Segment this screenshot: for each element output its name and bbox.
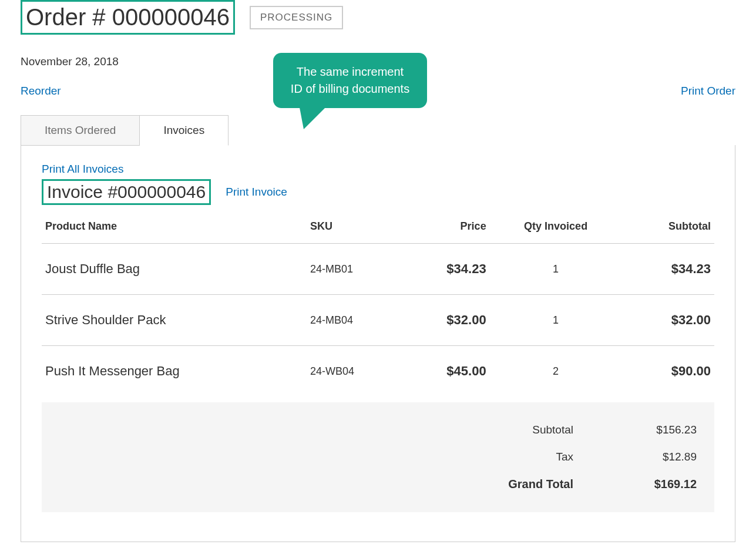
print-invoice-link[interactable]: Print Invoice: [226, 186, 287, 199]
table-row: Strive Shoulder Pack 24-MB04 $32.00 1 $3…: [42, 295, 714, 346]
invoice-items-table: Product Name SKU Price Qty Invoiced Subt…: [42, 210, 714, 396]
cell-sku: 24-MB04: [307, 295, 402, 346]
tax-value: $12.89: [632, 450, 697, 463]
cell-qty: 1: [490, 244, 622, 295]
subtotal-value: $156.23: [632, 423, 697, 436]
cell-name: Strive Shoulder Pack: [42, 295, 307, 346]
grand-total-label: Grand Total: [485, 478, 573, 491]
totals-block: Subtotal $156.23 Tax $12.89 Grand Total …: [42, 402, 714, 512]
grand-total-value: $169.12: [632, 478, 697, 491]
col-product-name: Product Name: [42, 210, 307, 244]
cell-sku: 24-WB04: [307, 346, 402, 397]
cell-price: $45.00: [402, 346, 490, 397]
reorder-link[interactable]: Reorder: [21, 85, 61, 98]
table-row: Joust Duffle Bag 24-MB01 $34.23 1 $34.23: [42, 244, 714, 295]
print-order-link[interactable]: Print Order: [681, 85, 735, 98]
cell-qty: 1: [490, 295, 622, 346]
subtotal-label: Subtotal: [485, 423, 573, 436]
callout-tooltip: The same increment ID of billing documen…: [273, 53, 427, 108]
cell-subtotal: $32.00: [622, 295, 714, 346]
tabs: Items Ordered Invoices: [21, 115, 735, 146]
cell-sku: 24-MB01: [307, 244, 402, 295]
invoice-title: Invoice #000000046: [42, 179, 211, 205]
cell-qty: 2: [490, 346, 622, 397]
cell-subtotal: $34.23: [622, 244, 714, 295]
invoices-panel: Print All Invoices Invoice #000000046 Pr…: [21, 145, 735, 542]
order-title: Order # 000000046: [21, 0, 235, 35]
col-qty: Qty Invoiced: [490, 210, 622, 244]
cell-name: Push It Messenger Bag: [42, 346, 307, 397]
cell-price: $34.23: [402, 244, 490, 295]
cell-price: $32.00: [402, 295, 490, 346]
col-sku: SKU: [307, 210, 402, 244]
col-subtotal: Subtotal: [622, 210, 714, 244]
tax-label: Tax: [485, 450, 573, 463]
tab-invoices[interactable]: Invoices: [140, 115, 229, 146]
cell-subtotal: $90.00: [622, 346, 714, 397]
col-price: Price: [402, 210, 490, 244]
status-badge: PROCESSING: [250, 6, 343, 29]
tab-items-ordered[interactable]: Items Ordered: [21, 115, 140, 146]
cell-name: Joust Duffle Bag: [42, 244, 307, 295]
print-all-invoices-link[interactable]: Print All Invoices: [42, 163, 714, 176]
table-row: Push It Messenger Bag 24-WB04 $45.00 2 $…: [42, 346, 714, 397]
